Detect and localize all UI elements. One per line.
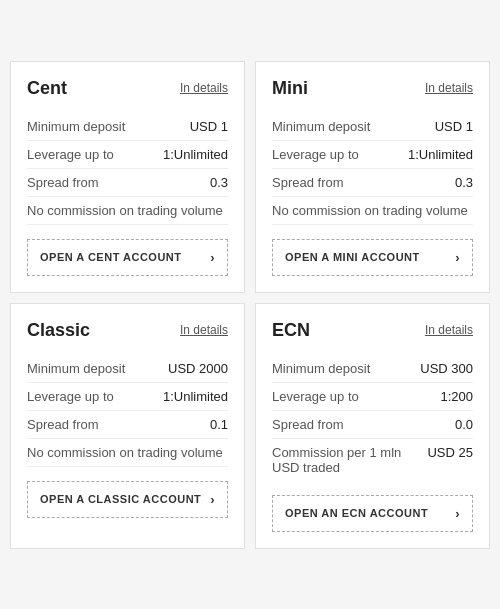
- card-classic: ClassicIn detailsMinimum depositUSD 2000…: [10, 303, 245, 549]
- card-mini-open-button-label: OPEN A MINI ACCOUNT: [285, 251, 420, 263]
- card-mini-note: No commission on trading volume: [272, 197, 473, 225]
- card-cent-row-0-value: USD 1: [190, 119, 228, 134]
- card-mini-row-0-value: USD 1: [435, 119, 473, 134]
- card-classic-in-details-link[interactable]: In details: [180, 323, 228, 337]
- card-ecn-row-1: Leverage up to1:200: [272, 383, 473, 411]
- card-ecn-open-button-label: OPEN AN ECN ACCOUNT: [285, 507, 428, 519]
- card-ecn-row-3-value: USD 25: [427, 445, 473, 460]
- card-classic-open-button-label: OPEN A CLASSIC ACCOUNT: [40, 493, 201, 505]
- account-cards-grid: CentIn detailsMinimum depositUSD 1Levera…: [0, 51, 500, 559]
- card-cent-row-0-label: Minimum deposit: [27, 119, 190, 134]
- card-cent-in-details-link[interactable]: In details: [180, 81, 228, 95]
- card-ecn: ECNIn detailsMinimum depositUSD 300Lever…: [255, 303, 490, 549]
- card-classic-row-2-label: Spread from: [27, 417, 210, 432]
- card-ecn-header: ECNIn details: [272, 320, 473, 341]
- card-ecn-row-0-label: Minimum deposit: [272, 361, 420, 376]
- card-cent-header: CentIn details: [27, 78, 228, 99]
- card-ecn-row-0: Minimum depositUSD 300: [272, 355, 473, 383]
- card-classic-title: Classic: [27, 320, 90, 341]
- card-cent-row-2-label: Spread from: [27, 175, 210, 190]
- card-classic-row-2-value: 0.1: [210, 417, 228, 432]
- card-mini-row-0-label: Minimum deposit: [272, 119, 435, 134]
- card-classic-open-button-arrow: ›: [210, 492, 215, 507]
- card-mini-row-1: Leverage up to1:Unlimited: [272, 141, 473, 169]
- card-ecn-open-button-arrow: ›: [455, 506, 460, 521]
- card-mini-open-button-arrow: ›: [455, 250, 460, 265]
- card-classic-row-2: Spread from0.1: [27, 411, 228, 439]
- card-ecn-in-details-link[interactable]: In details: [425, 323, 473, 337]
- card-classic-row-0: Minimum depositUSD 2000: [27, 355, 228, 383]
- card-mini-in-details-link[interactable]: In details: [425, 81, 473, 95]
- card-classic-header: ClassicIn details: [27, 320, 228, 341]
- card-mini-title: Mini: [272, 78, 308, 99]
- card-cent-row-2: Spread from0.3: [27, 169, 228, 197]
- card-classic-open-button[interactable]: OPEN A CLASSIC ACCOUNT›: [27, 481, 228, 518]
- card-mini-row-0: Minimum depositUSD 1: [272, 113, 473, 141]
- card-mini-row-1-label: Leverage up to: [272, 147, 408, 162]
- card-mini-row-1-value: 1:Unlimited: [408, 147, 473, 162]
- card-cent-row-1-label: Leverage up to: [27, 147, 163, 162]
- card-cent-note: No commission on trading volume: [27, 197, 228, 225]
- card-classic-row-1-label: Leverage up to: [27, 389, 163, 404]
- card-ecn-title: ECN: [272, 320, 310, 341]
- card-cent-row-1: Leverage up to1:Unlimited: [27, 141, 228, 169]
- card-ecn-row-0-value: USD 300: [420, 361, 473, 376]
- card-ecn-row-1-value: 1:200: [440, 389, 473, 404]
- card-ecn-row-3: Commission per 1 mln USD tradedUSD 25: [272, 439, 473, 481]
- card-mini: MiniIn detailsMinimum depositUSD 1Levera…: [255, 61, 490, 293]
- card-cent-row-0: Minimum depositUSD 1: [27, 113, 228, 141]
- card-ecn-row-2: Spread from0.0: [272, 411, 473, 439]
- card-mini-header: MiniIn details: [272, 78, 473, 99]
- card-cent-open-button-arrow: ›: [210, 250, 215, 265]
- card-cent-row-1-value: 1:Unlimited: [163, 147, 228, 162]
- card-mini-row-2: Spread from0.3: [272, 169, 473, 197]
- card-classic-row-0-label: Minimum deposit: [27, 361, 168, 376]
- card-mini-open-button[interactable]: OPEN A MINI ACCOUNT›: [272, 239, 473, 276]
- card-cent-row-2-value: 0.3: [210, 175, 228, 190]
- card-ecn-row-2-value: 0.0: [455, 417, 473, 432]
- card-ecn-row-2-label: Spread from: [272, 417, 455, 432]
- card-mini-row-2-value: 0.3: [455, 175, 473, 190]
- card-classic-row-1-value: 1:Unlimited: [163, 389, 228, 404]
- card-ecn-open-button[interactable]: OPEN AN ECN ACCOUNT›: [272, 495, 473, 532]
- card-cent: CentIn detailsMinimum depositUSD 1Levera…: [10, 61, 245, 293]
- card-mini-row-2-label: Spread from: [272, 175, 455, 190]
- card-ecn-row-3-label: Commission per 1 mln USD traded: [272, 445, 427, 475]
- card-cent-open-button[interactable]: OPEN A CENT ACCOUNT›: [27, 239, 228, 276]
- card-classic-note: No commission on trading volume: [27, 439, 228, 467]
- card-cent-open-button-label: OPEN A CENT ACCOUNT: [40, 251, 182, 263]
- card-classic-row-0-value: USD 2000: [168, 361, 228, 376]
- card-classic-row-1: Leverage up to1:Unlimited: [27, 383, 228, 411]
- card-ecn-row-1-label: Leverage up to: [272, 389, 440, 404]
- card-cent-title: Cent: [27, 78, 67, 99]
